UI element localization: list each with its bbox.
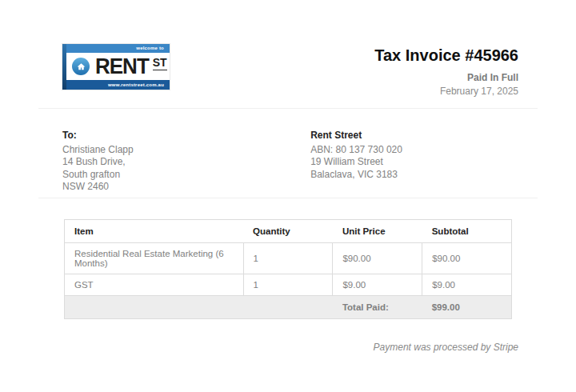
invoice-page: welcome to RENT ST www.rentstreet.com.au… xyxy=(0,0,576,353)
quantity-cell: 1 xyxy=(243,274,333,295)
logo-welcome-text: welcome to xyxy=(136,46,164,50)
logo-website-text: www.rentstreet.com.au xyxy=(108,82,164,87)
rentstreet-logo: welcome to RENT ST www.rentstreet.com.au xyxy=(62,44,170,90)
quantity-cell: 1 xyxy=(243,242,333,274)
bill-to-name: Christiane Clapp xyxy=(62,144,310,157)
title-block: Tax Invoice #45966 Paid In Full February… xyxy=(374,44,518,97)
bill-to-city: South grafton xyxy=(62,169,310,182)
total-paid-label: Total Paid: xyxy=(333,295,422,318)
item-cell: Residential Real Estate Marketing (6 Mon… xyxy=(65,242,244,274)
unit-price-cell: $9.00 xyxy=(333,274,422,295)
bill-to-street: 14 Bush Drive, xyxy=(62,156,310,169)
column-header-unit-price: Unit Price xyxy=(333,219,422,242)
seller-abn: ABN: 80 137 730 020 xyxy=(310,144,514,157)
seller-block: Rent Street ABN: 80 137 730 020 19 Willi… xyxy=(310,130,514,194)
bill-to-block: To: Christiane Clapp 14 Bush Drive, Sout… xyxy=(62,130,310,194)
table-header-row: Item Quantity Unit Price Subtotal xyxy=(65,219,512,242)
bill-to-postcode: NSW 2460 xyxy=(62,181,310,194)
table-row: Residential Real Estate Marketing (6 Mon… xyxy=(65,242,512,274)
bill-to-label: To: xyxy=(62,130,310,142)
address-section: To: Christiane Clapp 14 Bush Drive, Sout… xyxy=(38,130,538,194)
total-paid-value: $99.00 xyxy=(422,295,512,318)
item-cell: GST xyxy=(65,274,244,295)
line-items-table: Item Quantity Unit Price Subtotal Reside… xyxy=(64,219,512,319)
total-spacer xyxy=(65,295,333,318)
subtotal-cell: $90.00 xyxy=(422,242,512,274)
table-row: GST 1 $9.00 $9.00 xyxy=(65,274,512,295)
payment-note: Payment was processed by Stripe xyxy=(38,342,538,353)
total-row: Total Paid: $99.00 xyxy=(65,295,512,318)
logo-brand-suffix: ST xyxy=(153,57,167,70)
seller-city: Balaclava, VIC 3183 xyxy=(310,169,514,182)
subtotal-cell: $9.00 xyxy=(422,274,512,295)
seller-street: 19 William Street xyxy=(310,156,514,169)
invoice-date: February 17, 2025 xyxy=(374,86,518,97)
invoice-header: welcome to RENT ST www.rentstreet.com.au… xyxy=(38,44,538,97)
seller-name: Rent Street xyxy=(310,130,514,142)
logo-top-bar: welcome to xyxy=(62,44,170,53)
logo-main-area: RENT ST xyxy=(62,53,170,80)
unit-price-cell: $90.00 xyxy=(333,242,422,274)
column-header-subtotal: Subtotal xyxy=(422,219,512,242)
address-divider xyxy=(38,198,538,198)
invoice-title: Tax Invoice #45966 xyxy=(374,46,518,65)
column-header-item: Item xyxy=(65,219,244,242)
paid-status-text: Paid In Full xyxy=(374,72,518,83)
logo-brand-text: RENT xyxy=(95,55,149,77)
column-header-quantity: Quantity xyxy=(243,219,333,242)
home-icon xyxy=(72,58,90,75)
logo-side-strip xyxy=(62,44,66,90)
header-divider xyxy=(38,108,538,109)
logo-bottom-bar: www.rentstreet.com.au xyxy=(62,80,170,90)
